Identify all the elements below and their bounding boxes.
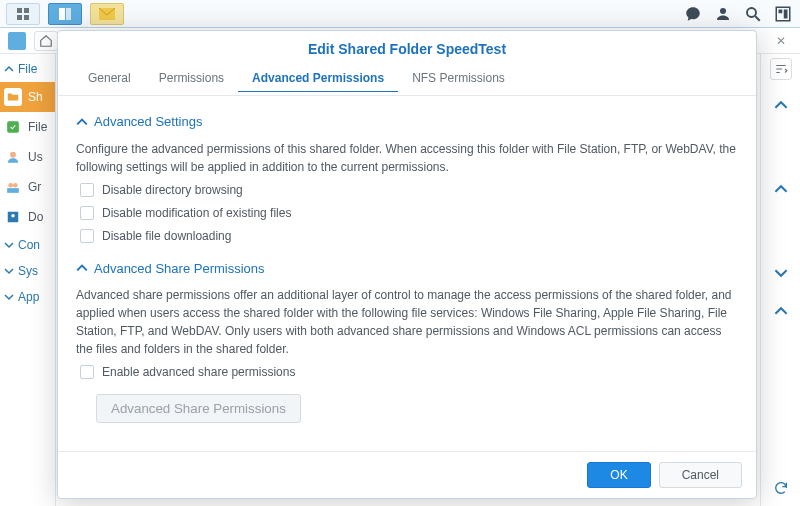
svg-rect-0 bbox=[17, 8, 22, 13]
checkbox-label: Disable modification of existing files bbox=[102, 204, 291, 222]
collapse-icon[interactable] bbox=[774, 182, 788, 196]
section-title: Advanced Settings bbox=[94, 112, 202, 132]
checkbox-disable-browsing[interactable]: Disable directory browsing bbox=[80, 181, 738, 199]
chat-icon[interactable] bbox=[682, 3, 704, 25]
svg-point-8 bbox=[747, 8, 756, 17]
svg-rect-4 bbox=[59, 8, 65, 20]
checkbox-enable-adv-share[interactable]: Enable advanced share permissions bbox=[80, 363, 738, 381]
sidebar-group-label: Sys bbox=[18, 264, 38, 278]
taskbar bbox=[0, 0, 800, 28]
dialog-footer: OK Cancel bbox=[58, 451, 756, 498]
sidebar-item-label: Us bbox=[28, 150, 43, 164]
sidebar-group-app[interactable]: App bbox=[0, 284, 55, 310]
svg-point-14 bbox=[10, 152, 16, 158]
sidebar-item-groups[interactable]: Gr bbox=[0, 172, 55, 202]
widget-icon[interactable] bbox=[772, 3, 794, 25]
section-description: Advanced share permissions offer an addi… bbox=[76, 286, 738, 358]
taskbar-apps-icon[interactable] bbox=[6, 3, 40, 25]
svg-rect-13 bbox=[7, 121, 19, 133]
taskbar-mail-icon[interactable] bbox=[90, 3, 124, 25]
svg-point-7 bbox=[720, 8, 726, 14]
svg-point-15 bbox=[8, 183, 13, 188]
close-icon[interactable]: ✕ bbox=[770, 34, 792, 48]
sidebar-group-label: App bbox=[18, 290, 39, 304]
search-icon[interactable] bbox=[742, 3, 764, 25]
chevron-up-icon bbox=[76, 262, 88, 274]
taskbar-filestation-icon[interactable] bbox=[48, 3, 82, 25]
expand-icon[interactable] bbox=[774, 266, 788, 280]
advanced-share-permissions-button: Advanced Share Permissions bbox=[96, 394, 301, 423]
edit-shared-folder-dialog: Edit Shared Folder SpeedTest General Per… bbox=[57, 30, 757, 499]
section-advanced-settings[interactable]: Advanced Settings bbox=[76, 112, 738, 132]
sidebar: File Sh File Us Gr Do Con Sys bbox=[0, 54, 56, 506]
section-advanced-share[interactable]: Advanced Share Permissions bbox=[76, 259, 738, 279]
user-small-icon bbox=[4, 148, 22, 166]
sidebar-group-sys[interactable]: Sys bbox=[0, 258, 55, 284]
chevron-up-icon bbox=[76, 116, 88, 128]
tab-nfs-permissions[interactable]: NFS Permissions bbox=[398, 63, 519, 95]
collapse-icon[interactable] bbox=[774, 98, 788, 112]
user-icon[interactable] bbox=[712, 3, 734, 25]
tab-general[interactable]: General bbox=[74, 63, 145, 95]
svg-rect-1 bbox=[24, 8, 29, 13]
svg-point-16 bbox=[13, 183, 18, 188]
folder-icon bbox=[4, 88, 22, 106]
sidebar-item-label: Gr bbox=[28, 180, 41, 194]
sidebar-item-shared[interactable]: Sh bbox=[0, 82, 55, 112]
svg-rect-3 bbox=[24, 15, 29, 20]
sidebar-group-file[interactable]: File bbox=[0, 56, 55, 82]
dialog-title: Edit Shared Folder SpeedTest bbox=[58, 31, 756, 63]
checkbox-disable-modification[interactable]: Disable modification of existing files bbox=[80, 204, 738, 222]
sidebar-item-label: Do bbox=[28, 210, 43, 224]
taskbar-left bbox=[6, 3, 124, 25]
svg-point-19 bbox=[11, 214, 15, 218]
sidebar-group-label: File bbox=[18, 62, 37, 76]
sidebar-group-con[interactable]: Con bbox=[0, 232, 55, 258]
collapse-icon[interactable] bbox=[774, 304, 788, 318]
sidebar-item-label: File bbox=[28, 120, 47, 134]
checkbox-icon bbox=[80, 206, 94, 220]
cancel-button[interactable]: Cancel bbox=[659, 462, 742, 488]
home-button[interactable] bbox=[34, 31, 58, 51]
file-icon bbox=[4, 118, 22, 136]
sidebar-item-users[interactable]: Us bbox=[0, 142, 55, 172]
svg-rect-10 bbox=[776, 7, 790, 21]
svg-rect-11 bbox=[779, 9, 783, 13]
tab-advanced-permissions[interactable]: Advanced Permissions bbox=[238, 63, 398, 95]
checkbox-icon bbox=[80, 365, 94, 379]
right-gutter bbox=[760, 54, 800, 506]
checkbox-icon bbox=[80, 183, 94, 197]
svg-rect-12 bbox=[784, 9, 788, 18]
checkbox-icon bbox=[80, 229, 94, 243]
sidebar-item-domain[interactable]: Do bbox=[0, 202, 55, 232]
tab-permissions[interactable]: Permissions bbox=[145, 63, 238, 95]
sidebar-group-label: Con bbox=[18, 238, 40, 252]
ok-button[interactable]: OK bbox=[587, 462, 650, 488]
domain-icon bbox=[4, 208, 22, 226]
checkbox-label: Enable advanced share permissions bbox=[102, 363, 295, 381]
svg-rect-5 bbox=[66, 8, 71, 20]
svg-line-9 bbox=[755, 16, 760, 21]
sidebar-item-file[interactable]: File bbox=[0, 112, 55, 142]
section-title: Advanced Share Permissions bbox=[94, 259, 265, 279]
sidebar-item-label: Sh bbox=[28, 90, 43, 104]
group-icon bbox=[4, 178, 22, 196]
dialog-tabs: General Permissions Advanced Permissions… bbox=[58, 63, 756, 96]
checkbox-label: Disable file downloading bbox=[102, 227, 231, 245]
app-icon bbox=[8, 32, 26, 50]
checkbox-label: Disable directory browsing bbox=[102, 181, 243, 199]
taskbar-right bbox=[682, 3, 794, 25]
checkbox-disable-download[interactable]: Disable file downloading bbox=[80, 227, 738, 245]
refresh-icon[interactable] bbox=[773, 480, 789, 496]
svg-rect-17 bbox=[7, 188, 19, 193]
sort-button[interactable] bbox=[770, 58, 792, 80]
section-description: Configure the advanced permissions of th… bbox=[76, 140, 738, 176]
svg-rect-2 bbox=[17, 15, 22, 20]
dialog-body: Advanced Settings Configure the advanced… bbox=[58, 96, 756, 451]
